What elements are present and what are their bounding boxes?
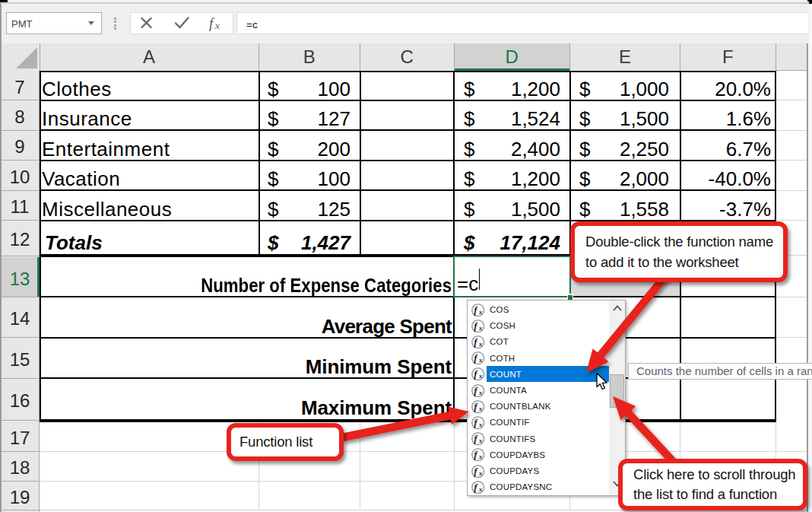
svg-text:x: x [478,421,483,428]
svg-text:f: f [209,15,215,31]
svg-text:x: x [478,485,483,493]
svg-text:x: x [478,389,483,396]
svg-text:x: x [478,308,483,316]
svg-text:x: x [478,453,483,460]
svg-text:x: x [478,372,483,380]
svg-text:x: x [478,356,483,364]
svg-text:x: x [214,20,220,31]
svg-text:x: x [478,469,483,477]
svg-text:x: x [478,405,483,412]
svg-text:x: x [478,437,483,444]
svg-text:x: x [478,324,483,332]
svg-text:x: x [478,340,483,348]
